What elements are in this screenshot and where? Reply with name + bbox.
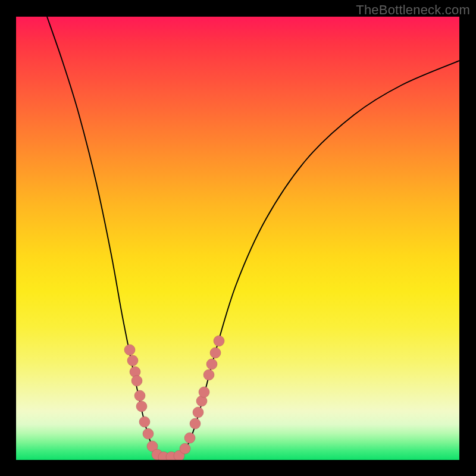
curve-right bbox=[178, 61, 459, 457]
chart-svg bbox=[16, 17, 459, 460]
data-dot bbox=[184, 433, 195, 443]
watermark-text: TheBottleneck.com bbox=[356, 2, 470, 18]
data-dot bbox=[190, 418, 201, 429]
data-dot bbox=[214, 336, 224, 346]
data-dot bbox=[203, 369, 214, 380]
data-dot bbox=[127, 355, 138, 366]
data-dot bbox=[124, 345, 135, 355]
data-dot bbox=[134, 390, 145, 401]
data-dot bbox=[139, 416, 150, 427]
data-dot bbox=[193, 407, 203, 418]
chart-frame bbox=[16, 17, 459, 460]
data-dot bbox=[206, 359, 217, 369]
data-dot bbox=[136, 401, 147, 412]
data-dots bbox=[124, 336, 224, 460]
data-dot bbox=[199, 387, 209, 397]
data-dot bbox=[143, 428, 154, 439]
data-dot bbox=[131, 375, 142, 386]
data-dot bbox=[180, 443, 190, 454]
data-dot bbox=[210, 347, 221, 358]
curve-left bbox=[47, 17, 161, 457]
